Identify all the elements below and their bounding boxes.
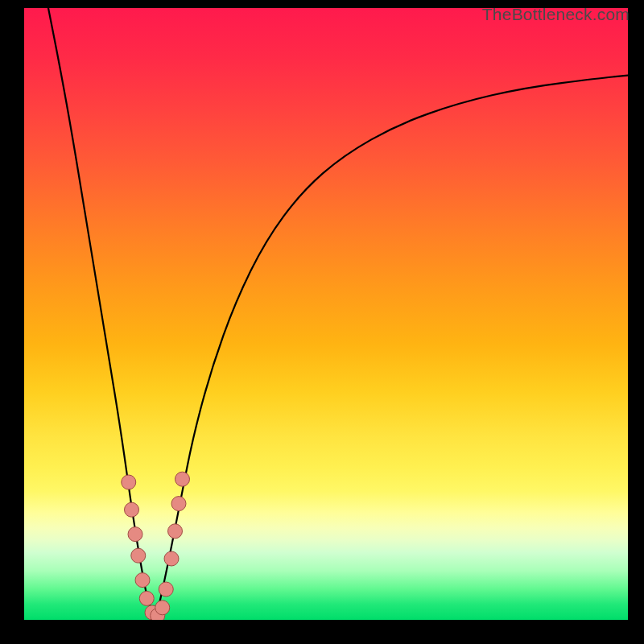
chart-svg: [24, 8, 628, 620]
data-marker: [131, 548, 146, 563]
data-marker: [128, 527, 142, 542]
chart-frame: TheBottleneck.com: [0, 0, 644, 644]
data-marker: [122, 475, 136, 489]
watermark-text: TheBottleneck.com: [482, 5, 630, 24]
data-marker: [155, 601, 170, 615]
plot-area: [24, 8, 628, 620]
data-marker: [164, 551, 179, 566]
data-marker: [175, 472, 190, 486]
data-marker: [171, 497, 186, 511]
data-marker: [125, 502, 139, 517]
marker-group: [122, 472, 190, 620]
data-marker: [159, 582, 173, 597]
data-marker: [168, 524, 183, 539]
bottleneck-curve: [48, 8, 628, 615]
data-marker: [139, 591, 154, 605]
data-marker: [135, 573, 150, 588]
